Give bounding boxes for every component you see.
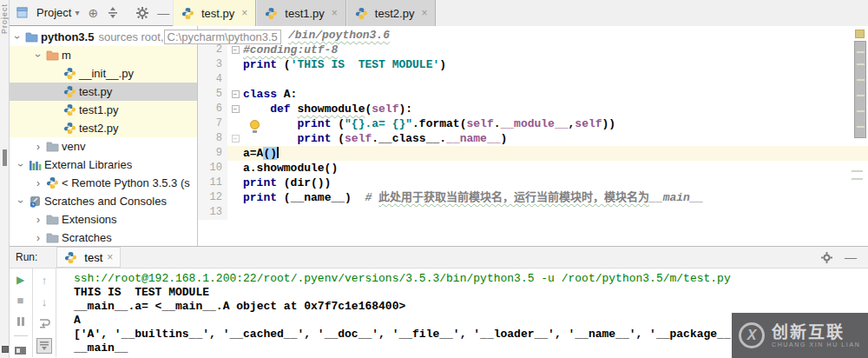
py-icon bbox=[63, 67, 79, 81]
fold-minus-icon[interactable]: − bbox=[232, 90, 240, 98]
libs-icon bbox=[29, 158, 44, 172]
dropdown-arrow-icon[interactable]: ▾ bbox=[75, 6, 79, 20]
code-token: ( bbox=[277, 191, 291, 204]
code-editor[interactable]: /bin/poython3.62−#conding:utf-83print ('… bbox=[198, 26, 868, 246]
soft-wrap-icon[interactable] bbox=[37, 316, 51, 330]
line-number: 6 bbox=[198, 102, 227, 116]
collapse-icon[interactable] bbox=[107, 6, 119, 20]
tree-item-python3.5[interactable]: ›python3.5sources root, C:\pycharm\pytho… bbox=[10, 28, 197, 46]
code-token: print bbox=[243, 58, 277, 71]
chevron-right-icon[interactable]: › bbox=[30, 141, 46, 153]
code-token bbox=[243, 132, 297, 145]
code-line-7[interactable]: 7 print ("{}.a= {}".format(self.__module… bbox=[198, 116, 868, 131]
code-line-12[interactable]: 12print (__name__) # 此处用于获取当前模块名，运行当前模块时… bbox=[198, 190, 868, 205]
chevron-down-icon[interactable]: › bbox=[15, 157, 27, 173]
inspection-status-square[interactable] bbox=[855, 30, 865, 38]
code-line-11[interactable]: 11print (dir()) bbox=[198, 176, 868, 190]
tree-item-external-libraries[interactable]: ›External Libraries bbox=[10, 156, 197, 174]
project-selector-label[interactable]: Project bbox=[36, 6, 71, 19]
tab-close-icon[interactable]: × bbox=[241, 7, 247, 19]
code-token: /bin/poython3.6 bbox=[288, 29, 390, 42]
restore-layout-icon[interactable] bbox=[14, 344, 28, 357]
code-line-1[interactable]: /bin/poython3.6 bbox=[198, 28, 868, 43]
tree-item-test2.py[interactable]: test2.py bbox=[10, 119, 197, 137]
code-token: ) bbox=[501, 132, 508, 145]
code-line-2[interactable]: 2−#conding:utf-8 bbox=[198, 43, 868, 57]
line-number: 12 bbox=[198, 190, 227, 205]
tab-close-icon[interactable]: × bbox=[421, 7, 427, 19]
tree-item--remote-python-3.5.3-s[interactable]: ›< Remote Python 3.5.3 (s bbox=[10, 174, 197, 192]
tree-item-extensions[interactable]: ›Extensions bbox=[10, 210, 197, 229]
run-tab-test[interactable]: test × bbox=[56, 247, 121, 268]
fold-marker[interactable]: − bbox=[227, 131, 243, 146]
run-settings-gear-icon[interactable] bbox=[819, 250, 833, 264]
tree-item-venv[interactable]: ›venv bbox=[10, 137, 197, 156]
tree-item-test1.py[interactable]: test1.py bbox=[10, 101, 197, 119]
locate-icon[interactable]: ⊕ bbox=[89, 6, 99, 20]
intention-bulb-icon[interactable] bbox=[250, 120, 260, 129]
python-file-icon bbox=[265, 6, 280, 20]
tree-item-label: test2.py bbox=[79, 122, 119, 135]
tree-item-m[interactable]: ›m bbox=[10, 46, 197, 64]
up-arrow-icon[interactable]: ↑ bbox=[37, 273, 51, 287]
code-line-body: a.showmodule() bbox=[227, 161, 868, 176]
chevron-down-icon[interactable]: › bbox=[15, 194, 27, 209]
pause-icon[interactable] bbox=[14, 315, 28, 328]
chevron-down-icon[interactable]: › bbox=[11, 30, 23, 45]
fold-marker[interactable]: − bbox=[227, 102, 243, 116]
run-label: Run: bbox=[16, 251, 37, 263]
tree-item-test.py[interactable]: test.py bbox=[10, 83, 197, 101]
tab-test.py[interactable]: test.py× bbox=[173, 0, 256, 26]
tab-test2.py[interactable]: test2.py× bbox=[346, 0, 437, 26]
stripe-handle[interactable] bbox=[3, 149, 7, 166]
code-token: self bbox=[345, 132, 372, 145]
code-line-body: print (dir()) bbox=[227, 176, 868, 190]
code-line-body: − print (self.__class__.__name__) bbox=[227, 131, 868, 146]
code-token: __name__ bbox=[446, 132, 500, 145]
tab-test1.py[interactable]: test1.py× bbox=[256, 0, 346, 26]
stop-icon[interactable]: ■ bbox=[14, 294, 28, 307]
project-stripe-label[interactable]: Project bbox=[0, 3, 10, 34]
chevron-right-icon[interactable]: › bbox=[30, 232, 46, 244]
hide-run-panel-icon[interactable]: — bbox=[844, 250, 858, 264]
watermark-subtitle: CHUANG XIN HU LIAN bbox=[772, 341, 860, 348]
chevron-right-icon[interactable]: › bbox=[30, 214, 46, 226]
code-line-13[interactable]: 13 bbox=[198, 205, 868, 220]
project-view-icon bbox=[16, 6, 28, 20]
editor-scrollbar[interactable] bbox=[854, 41, 866, 138]
py-icon bbox=[63, 85, 79, 99]
tab-close-icon[interactable]: × bbox=[107, 251, 113, 263]
code-line-6[interactable]: 6− def showmodule(self): bbox=[198, 102, 868, 116]
scroll-to-end-icon[interactable] bbox=[36, 338, 52, 354]
tree-item--init-.py[interactable]: __init__.py bbox=[10, 64, 197, 83]
code-line-10[interactable]: 10a.showmodule() bbox=[198, 161, 868, 176]
chevron-down-icon[interactable]: › bbox=[32, 48, 44, 63]
python-file-icon bbox=[181, 6, 197, 20]
gear-icon[interactable] bbox=[136, 6, 148, 20]
tab-close-icon[interactable]: × bbox=[332, 7, 338, 19]
code-token: __name__ bbox=[291, 191, 345, 204]
hide-icon[interactable]: — bbox=[157, 6, 169, 20]
tree-item-scratches[interactable]: ›Scratches bbox=[10, 229, 197, 247]
code-token: )) bbox=[602, 117, 616, 130]
code-line-5[interactable]: 5−class A: bbox=[198, 87, 868, 102]
tree-item-label: Scratches and Consoles bbox=[44, 195, 167, 208]
chevron-right-icon[interactable]: › bbox=[30, 177, 46, 189]
fold-minus-icon[interactable]: − bbox=[232, 46, 240, 54]
down-arrow-icon[interactable]: ↓ bbox=[37, 295, 51, 308]
code-text: print (self.__class__.__name__) bbox=[243, 131, 507, 146]
fold-minus-icon[interactable]: − bbox=[232, 105, 240, 113]
tool-window-switcher-icon[interactable] bbox=[2, 346, 9, 353]
code-token: ) bbox=[345, 191, 365, 204]
code-line-4[interactable]: 4 bbox=[198, 72, 868, 87]
code-line-8[interactable]: 8− print (self.__class__.__name__) bbox=[198, 131, 868, 146]
fold-end-icon[interactable]: − bbox=[232, 135, 240, 143]
code-line-9[interactable]: 9a=A() bbox=[198, 146, 868, 161]
tree-item-scratches-and-consoles[interactable]: ›Scratches and Consoles bbox=[10, 192, 197, 210]
rerun-play-icon[interactable]: ▶ bbox=[14, 273, 28, 286]
code-token: print bbox=[297, 132, 331, 145]
fold-marker[interactable]: − bbox=[227, 43, 243, 57]
code-line-body: print ("{}.a= {}".format(self.__module__… bbox=[227, 116, 868, 131]
code-line-3[interactable]: 3print ('THIS IS TEST MODULE') bbox=[198, 57, 868, 72]
fold-marker[interactable]: − bbox=[227, 87, 243, 102]
